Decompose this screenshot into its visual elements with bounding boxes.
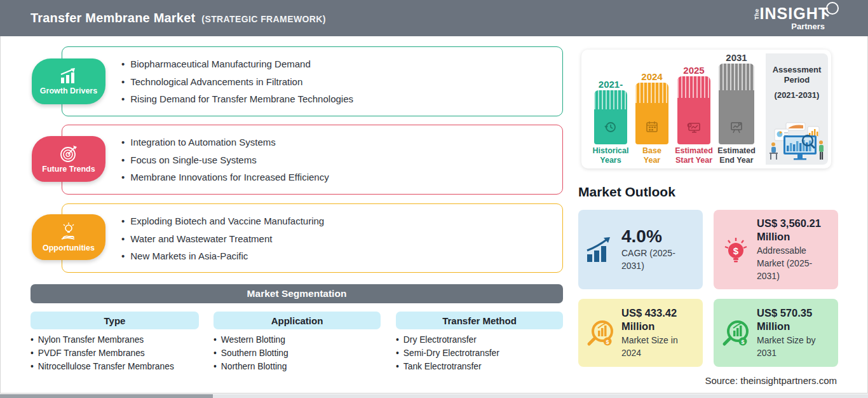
- list-item: Dry Electrotransfer: [396, 334, 499, 347]
- bar-category-line2: End Year: [716, 156, 757, 165]
- growth-bars-arrow-icon: [585, 237, 616, 263]
- bar-stripes: [635, 83, 668, 103]
- assessment-line2: Period: [766, 75, 828, 85]
- svg-text:$: $: [733, 245, 739, 256]
- list-item: Biopharmaceutical Manufacturing Demand: [121, 55, 353, 73]
- growth-drivers-list: Biopharmaceutical Manufacturing Demand T…: [121, 55, 353, 108]
- bulb-dollar-icon: $: [720, 234, 752, 266]
- column-header-label: Application: [271, 315, 323, 326]
- card-text: US$ 570.35 Million Market Size by 2031: [757, 306, 831, 359]
- bar-category-line2: Start Year: [674, 156, 714, 165]
- bar-category-line1: Estimated: [716, 146, 757, 156]
- list-item: Southern Blotting: [214, 347, 288, 360]
- svg-text:$: $: [741, 339, 744, 345]
- market-segmentation-bar: Market Segmentation: [31, 284, 563, 303]
- calendar-icon: [645, 120, 659, 134]
- opportunities-pill: Opportunities: [32, 214, 105, 260]
- list-item: Integration to Automation Systems: [121, 134, 329, 151]
- assessment-period-box: Assessment Period (2021-2031): [766, 53, 828, 165]
- magnifier-chart-icon-green: $: [720, 318, 752, 348]
- bar-chart-up-icon: [59, 68, 78, 85]
- growth-drivers-label: Growth Drivers: [40, 86, 97, 95]
- market-size-2031-label: Market Size by 2031: [757, 334, 831, 359]
- cagr-value: 4.0%: [621, 227, 695, 246]
- list-item: Exploding Biotech and Vaccine Manufactur…: [121, 212, 324, 230]
- magnifier-chart-icon-orange: $: [585, 318, 616, 348]
- assessment-timeline-panel: 2021-2023 Historical Years 2024: [581, 50, 831, 168]
- future-trends-label: Future Trends: [42, 165, 95, 174]
- column-header-label: Type: [104, 315, 126, 326]
- history-clock-icon: [604, 120, 618, 134]
- page-title: Transfer Membrane Market: [31, 11, 195, 25]
- type-list: Nylon Transfer Membranes PVDF Transfer M…: [31, 334, 174, 373]
- logo-partners-text: Partners: [791, 22, 825, 31]
- market-outlook-title: Market Outlook: [578, 184, 675, 200]
- page-subtitle: (STRATEGIC FRAMEWORK): [201, 14, 326, 24]
- timeline-bar-estimated-start: [677, 76, 710, 144]
- timeline-bar-base: [635, 83, 668, 144]
- addressable-market-value: US$ 3,560.21 Million: [757, 217, 831, 244]
- bar-category-line1: Historical: [589, 146, 632, 156]
- horizontal-scrollbar[interactable]: [0, 394, 868, 398]
- bar-stripes: [594, 90, 627, 109]
- application-list: Western Blotting Southern Blotting North…: [214, 334, 288, 373]
- bar-stripes: [719, 64, 754, 90]
- list-item: Semi-Dry Electrotransfer: [396, 347, 499, 360]
- header-bar: Transfer Membrane Market (STRATEGIC FRAM…: [0, 0, 868, 36]
- segmentation-header-type: Type: [31, 312, 199, 329]
- logo-insight-text: INSIGHT: [760, 6, 829, 22]
- assessment-line1: Assessment: [766, 65, 828, 75]
- addressable-market-label: Addressable Market (2025-2031): [757, 244, 831, 282]
- list-item: Northern Blotting: [214, 360, 288, 374]
- monitor-gear-icon: [686, 121, 702, 134]
- bar-category-line2: Years: [589, 156, 632, 165]
- list-item: Focus on Single-use Systems: [121, 151, 329, 169]
- logo-the-text: The: [754, 13, 760, 20]
- column-header-label: Transfer Method: [442, 315, 517, 326]
- cagr-label: CAGR (2025-2031): [621, 247, 695, 272]
- market-segmentation-title: Market Segmentation: [247, 288, 347, 299]
- timeline-bar-historical: [594, 90, 627, 144]
- page-title-group: Transfer Membrane Market (STRATEGIC FRAM…: [31, 11, 326, 25]
- card-text: 4.0% CAGR (2025-2031): [621, 227, 695, 272]
- analytics-people-illustration: [768, 121, 825, 161]
- infographic-page: Transfer Membrane Market (STRATEGIC FRAM…: [0, 0, 868, 398]
- market-size-2031-value: US$ 570.35 Million: [757, 306, 831, 333]
- list-item: Rising Demand for Transfer Membrane Tech…: [121, 90, 353, 108]
- list-item: Tank Electrotransfer: [396, 360, 499, 374]
- list-item: Nylon Transfer Membranes: [31, 334, 174, 347]
- list-item: PVDF Transfer Membranes: [31, 347, 174, 360]
- year-label: 2031: [719, 52, 754, 63]
- insight-partners-logo: The INSIGHT Partners: [754, 6, 837, 31]
- year-label: 2025: [677, 65, 710, 76]
- bar-category-line2: Year: [635, 156, 668, 165]
- bar-category-label: Base Year: [635, 146, 668, 165]
- segmentation-header-application: Application: [214, 312, 381, 329]
- opportunities-list: Exploding Biotech and Vaccine Manufactur…: [121, 212, 324, 265]
- list-item: Membrane Innovations for Increased Effic…: [121, 168, 329, 186]
- opportunities-box: Exploding Biotech and Vaccine Manufactur…: [62, 203, 563, 273]
- card-text: US$ 3,560.21 Million Addressable Market …: [757, 217, 831, 282]
- year-label: 2024: [635, 71, 668, 82]
- bar-category-line1: Base: [635, 146, 668, 156]
- market-size-2024-value: US$ 433.42 Million: [621, 306, 695, 333]
- growth-drivers-box: Biopharmaceutical Manufacturing Demand T…: [62, 46, 563, 116]
- bar-category-label: Estimated End Year: [716, 146, 757, 165]
- list-item: Nitrocellulose Transfer Membranes: [31, 360, 174, 374]
- future-trends-list: Integration to Automation Systems Focus …: [121, 134, 329, 186]
- market-size-2024-label: Market Size in 2024: [621, 334, 695, 359]
- market-size-2024-card: $ US$ 433.42 Million Market Size in 2024: [578, 299, 703, 367]
- opportunities-label: Opportunities: [43, 244, 95, 252]
- segmentation-header-transfer-method: Transfer Method: [396, 312, 563, 329]
- presentation-icon: [729, 120, 744, 134]
- assessment-range: (2021-2031): [766, 90, 828, 100]
- timeline-bar-estimated-end: [719, 64, 754, 144]
- bulb-hand-icon: [59, 223, 78, 242]
- bar-category-label: Historical Years: [589, 146, 632, 165]
- list-item: Technological Advancements in Filtration: [121, 73, 353, 91]
- bar-category-line1: Estimated: [674, 146, 714, 156]
- horizontal-scrollbar-thumb[interactable]: [0, 394, 213, 398]
- list-item: Water and Wastewater Treatment: [121, 230, 324, 248]
- source-attribution: Source: theinsightpartners.com: [705, 375, 837, 386]
- bar-stripes: [677, 76, 710, 98]
